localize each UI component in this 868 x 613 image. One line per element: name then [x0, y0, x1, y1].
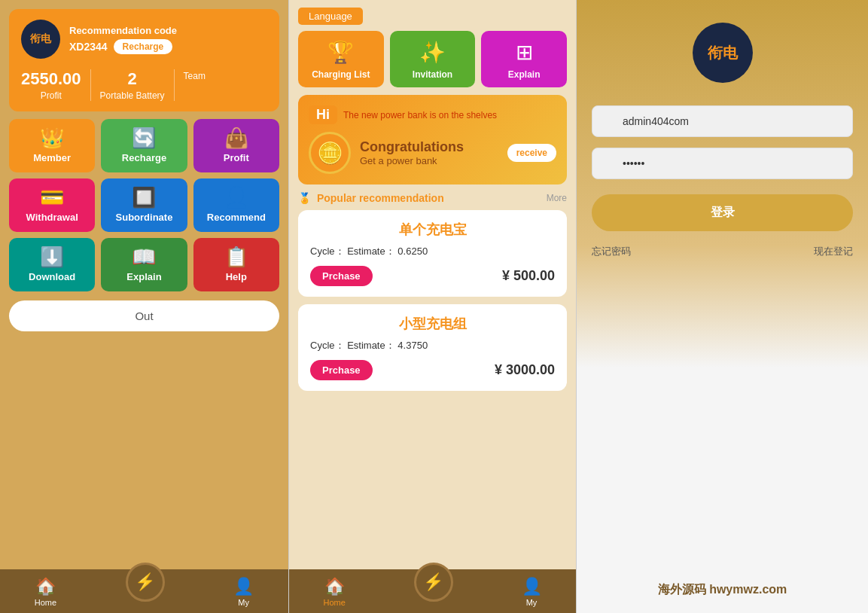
crown-icon: 👑 [40, 128, 64, 148]
withdrawal-icon: 💳 [40, 188, 64, 207]
top-icons-row: 🏆 Charging List ✨ Invitation ⊞ Explain [298, 31, 567, 87]
explain-icon: 📖 [132, 247, 156, 267]
menu-subordinate-label: Subordinate [116, 212, 173, 223]
recharge-button[interactable]: Recharge [114, 39, 173, 54]
stat-battery-label: Portable Battery [100, 90, 165, 101]
panel1-content: 衔电 Recommendation code XD2344 Recharge 2… [0, 0, 288, 613]
stats-row: 2550.00 Profit 2 Portable Battery Team [21, 69, 267, 101]
product1-price: ¥ 500.00 [502, 268, 555, 284]
login-button[interactable]: 登录 [592, 194, 853, 231]
home-icon: 🏠 [35, 577, 56, 596]
menu-item-help[interactable]: 📋 Help [193, 238, 279, 291]
flash-button[interactable]: ⚡ [126, 563, 165, 602]
menu-withdrawal-label: Withdrawal [26, 212, 78, 223]
congrats-title: Congratulations [360, 139, 498, 155]
rec-code-label: Recommendation code [69, 25, 267, 36]
bottom-nav-panel2: 🏠 Home ⚡ 👤 My [289, 569, 576, 613]
forgot-password-link[interactable]: 忘记密码 [592, 245, 631, 258]
register-link[interactable]: 现在登记 [814, 245, 853, 258]
menu-item-subordinate[interactable]: 🔲 Subordinate [101, 178, 187, 232]
congrats-inner: 🪙 Congratulations Get a power bank recei… [309, 132, 556, 174]
product1-bottom: Prchase ¥ 500.00 [310, 266, 555, 286]
menu-member-label: Member [33, 152, 71, 163]
panel2-scroll-area: 🏆 Charging List ✨ Invitation ⊞ Explain H… [289, 31, 576, 613]
login-form: 👤 🔒 登录 忘记密码 现在登记 [592, 105, 853, 258]
invitation-label: Invitation [413, 69, 452, 80]
rec-code-value: XD2344 [69, 41, 108, 53]
grid-icon: ⊞ [516, 40, 533, 65]
receive-button[interactable]: receive [507, 144, 556, 162]
panel-center: Language 🏆 Charging List ✨ Invitation ⊞ … [288, 0, 577, 613]
menu-download-label: Download [29, 271, 75, 282]
product-card-1: 单个充电宝 Cycle： Estimate： 0.6250 Prchase ¥ … [298, 210, 567, 297]
stat-profit-label: Profit [21, 90, 81, 101]
menu-explain-label: Explain [126, 271, 161, 282]
rec-code-row: XD2344 Recharge [69, 39, 267, 54]
nav-home-panel1[interactable]: 🏠 Home [35, 577, 56, 607]
menu-help-label: Help [226, 271, 247, 282]
recharge-icon: 🔄 [132, 128, 156, 148]
explain-item[interactable]: ⊞ Explain [481, 31, 567, 87]
popular-row: 🏅 Popular recommendation More [298, 192, 567, 204]
panel-left: 衔电 Recommendation code XD2344 Recharge 2… [0, 0, 288, 613]
shelves-text: The new power bank is on the shelves [343, 110, 497, 120]
profit-icon: 👜 [224, 128, 248, 148]
user-icon: 👤 [233, 577, 254, 596]
nav-my-label: My [238, 598, 249, 607]
menu-item-explain1[interactable]: 📖 Explain [101, 238, 187, 291]
stat-profit: 2550.00 Profit [21, 69, 81, 101]
stat-team-label: Team [184, 71, 206, 81]
login-links: 忘记密码 现在登记 [592, 245, 853, 258]
product1-name: 单个充电宝 [310, 221, 555, 239]
header-top-row: 衔电 Recommendation code XD2344 Recharge [21, 20, 267, 59]
nav-home-label: Home [35, 598, 56, 607]
charging-list-item[interactable]: 🏆 Charging List [298, 31, 384, 87]
stat-divider2 [174, 69, 175, 101]
charging-list-label: Charging List [312, 69, 370, 80]
coin-icon: 🪙 [309, 132, 351, 174]
menu-item-member[interactable]: 👑 Member [9, 119, 95, 172]
password-wrapper: 🔒 [592, 148, 853, 179]
invitation-item[interactable]: ✨ Invitation [390, 31, 476, 87]
stat-team: Team [184, 69, 206, 101]
stat-battery-value: 2 [100, 69, 165, 89]
user-header-card: 衔电 Recommendation code XD2344 Recharge 2… [9, 9, 279, 111]
menu-item-profit[interactable]: 👜 Profit [193, 119, 279, 172]
nav-my-panel2[interactable]: 👤 My [522, 577, 542, 607]
password-input[interactable] [592, 148, 853, 179]
congrats-text: Congratulations Get a power bank [360, 139, 498, 166]
flash-icon: ⚡ [135, 572, 155, 592]
menu-item-withdrawal[interactable]: 💳 Withdrawal [9, 178, 95, 232]
recommend-icon: 👤 [224, 188, 248, 207]
language-button[interactable]: Language [298, 8, 363, 25]
nav-my-panel1[interactable]: 👤 My [233, 577, 254, 607]
menu-recommend-label: Recommend [207, 212, 266, 223]
out-button[interactable]: Out [9, 300, 279, 331]
help-icon: 📋 [224, 247, 248, 267]
popular-label: 🏅 Popular recommendation [298, 192, 444, 204]
nav-home-label2: Home [323, 598, 345, 607]
nav-my-label2: My [526, 598, 538, 607]
product2-name: 小型充电组 [310, 315, 555, 333]
hi-row: Hi The new power bank is on the shelves [309, 105, 556, 124]
menu-grid: 👑 Member 🔄 Recharge 👜 Profit 💳 Withdrawa… [9, 119, 279, 291]
product-card-2: 小型充电组 Cycle： Estimate： 4.3750 Prchase ¥ … [298, 304, 567, 391]
watermark: 海外源码 hwymwz.com [658, 582, 787, 598]
menu-item-download[interactable]: ⬇️ Download [9, 238, 95, 291]
flash-icon-2: ⚡ [423, 572, 443, 592]
stat-profit-value: 2550.00 [21, 69, 81, 89]
menu-item-recharge[interactable]: 🔄 Recharge [101, 119, 187, 172]
hi-badge: Hi [309, 105, 337, 124]
username-input[interactable] [592, 105, 853, 137]
invitation-icon: ✨ [419, 40, 446, 65]
bottom-nav-panel1: 🏠 Home ⚡ 👤 My [0, 569, 288, 613]
explain-label: Explain [508, 69, 541, 80]
home-icon-panel2: 🏠 [324, 577, 345, 596]
prchase-button-2[interactable]: Prchase [310, 360, 373, 380]
product2-cycle: Cycle： Estimate： 4.3750 [310, 339, 555, 352]
flash-button-2[interactable]: ⚡ [414, 563, 453, 602]
menu-item-recommend[interactable]: 👤 Recommend [193, 178, 279, 232]
more-link[interactable]: More [547, 193, 567, 203]
nav-home-panel2[interactable]: 🏠 Home [323, 577, 345, 607]
prchase-button-1[interactable]: Prchase [310, 266, 373, 286]
